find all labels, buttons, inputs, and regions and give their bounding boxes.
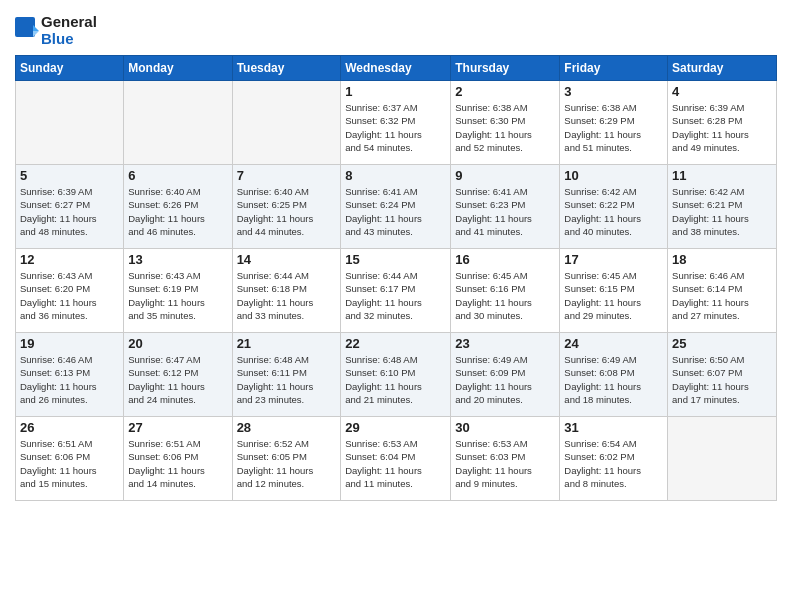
svg-rect-0: [15, 17, 35, 37]
weekday-header-saturday: Saturday: [668, 56, 777, 81]
day-number: 3: [564, 84, 663, 99]
weekday-header-wednesday: Wednesday: [341, 56, 451, 81]
calendar-cell: 21Sunrise: 6:48 AM Sunset: 6:11 PM Dayli…: [232, 333, 341, 417]
day-info: Sunrise: 6:44 AM Sunset: 6:17 PM Dayligh…: [345, 269, 446, 322]
week-row-4: 19Sunrise: 6:46 AM Sunset: 6:13 PM Dayli…: [16, 333, 777, 417]
day-number: 19: [20, 336, 119, 351]
page: General Blue SundayMondayTuesdayWednesda…: [0, 0, 792, 612]
calendar-cell: 3Sunrise: 6:38 AM Sunset: 6:29 PM Daylig…: [560, 81, 668, 165]
calendar-cell: 10Sunrise: 6:42 AM Sunset: 6:22 PM Dayli…: [560, 165, 668, 249]
day-info: Sunrise: 6:43 AM Sunset: 6:20 PM Dayligh…: [20, 269, 119, 322]
calendar-cell: 30Sunrise: 6:53 AM Sunset: 6:03 PM Dayli…: [451, 417, 560, 501]
day-info: Sunrise: 6:47 AM Sunset: 6:12 PM Dayligh…: [128, 353, 227, 406]
header: General Blue: [15, 10, 777, 47]
day-info: Sunrise: 6:43 AM Sunset: 6:19 PM Dayligh…: [128, 269, 227, 322]
day-number: 16: [455, 252, 555, 267]
day-number: 30: [455, 420, 555, 435]
day-number: 2: [455, 84, 555, 99]
day-info: Sunrise: 6:53 AM Sunset: 6:04 PM Dayligh…: [345, 437, 446, 490]
day-info: Sunrise: 6:51 AM Sunset: 6:06 PM Dayligh…: [20, 437, 119, 490]
day-info: Sunrise: 6:41 AM Sunset: 6:24 PM Dayligh…: [345, 185, 446, 238]
day-number: 17: [564, 252, 663, 267]
day-info: Sunrise: 6:49 AM Sunset: 6:09 PM Dayligh…: [455, 353, 555, 406]
day-number: 26: [20, 420, 119, 435]
day-number: 28: [237, 420, 337, 435]
calendar-cell: 16Sunrise: 6:45 AM Sunset: 6:16 PM Dayli…: [451, 249, 560, 333]
calendar-cell: [232, 81, 341, 165]
day-number: 13: [128, 252, 227, 267]
week-row-1: 1Sunrise: 6:37 AM Sunset: 6:32 PM Daylig…: [16, 81, 777, 165]
day-info: Sunrise: 6:44 AM Sunset: 6:18 PM Dayligh…: [237, 269, 337, 322]
day-number: 18: [672, 252, 772, 267]
day-number: 24: [564, 336, 663, 351]
calendar-cell: 5Sunrise: 6:39 AM Sunset: 6:27 PM Daylig…: [16, 165, 124, 249]
calendar-cell: 13Sunrise: 6:43 AM Sunset: 6:19 PM Dayli…: [124, 249, 232, 333]
day-info: Sunrise: 6:40 AM Sunset: 6:25 PM Dayligh…: [237, 185, 337, 238]
calendar-cell: 24Sunrise: 6:49 AM Sunset: 6:08 PM Dayli…: [560, 333, 668, 417]
calendar-cell: 22Sunrise: 6:48 AM Sunset: 6:10 PM Dayli…: [341, 333, 451, 417]
day-info: Sunrise: 6:38 AM Sunset: 6:30 PM Dayligh…: [455, 101, 555, 154]
day-info: Sunrise: 6:40 AM Sunset: 6:26 PM Dayligh…: [128, 185, 227, 238]
calendar-cell: 12Sunrise: 6:43 AM Sunset: 6:20 PM Dayli…: [16, 249, 124, 333]
weekday-header-row: SundayMondayTuesdayWednesdayThursdayFrid…: [16, 56, 777, 81]
day-number: 4: [672, 84, 772, 99]
calendar-cell: 19Sunrise: 6:46 AM Sunset: 6:13 PM Dayli…: [16, 333, 124, 417]
day-info: Sunrise: 6:45 AM Sunset: 6:16 PM Dayligh…: [455, 269, 555, 322]
day-info: Sunrise: 6:39 AM Sunset: 6:28 PM Dayligh…: [672, 101, 772, 154]
day-number: 5: [20, 168, 119, 183]
calendar-cell: 23Sunrise: 6:49 AM Sunset: 6:09 PM Dayli…: [451, 333, 560, 417]
weekday-header-thursday: Thursday: [451, 56, 560, 81]
calendar-cell: 7Sunrise: 6:40 AM Sunset: 6:25 PM Daylig…: [232, 165, 341, 249]
calendar-cell: 29Sunrise: 6:53 AM Sunset: 6:04 PM Dayli…: [341, 417, 451, 501]
calendar-cell: 26Sunrise: 6:51 AM Sunset: 6:06 PM Dayli…: [16, 417, 124, 501]
day-number: 29: [345, 420, 446, 435]
day-number: 1: [345, 84, 446, 99]
day-number: 15: [345, 252, 446, 267]
day-info: Sunrise: 6:49 AM Sunset: 6:08 PM Dayligh…: [564, 353, 663, 406]
day-number: 8: [345, 168, 446, 183]
calendar-cell: [16, 81, 124, 165]
day-info: Sunrise: 6:53 AM Sunset: 6:03 PM Dayligh…: [455, 437, 555, 490]
calendar: SundayMondayTuesdayWednesdayThursdayFrid…: [15, 55, 777, 501]
weekday-header-sunday: Sunday: [16, 56, 124, 81]
day-number: 25: [672, 336, 772, 351]
calendar-cell: 8Sunrise: 6:41 AM Sunset: 6:24 PM Daylig…: [341, 165, 451, 249]
calendar-cell: 1Sunrise: 6:37 AM Sunset: 6:32 PM Daylig…: [341, 81, 451, 165]
day-info: Sunrise: 6:52 AM Sunset: 6:05 PM Dayligh…: [237, 437, 337, 490]
calendar-cell: 27Sunrise: 6:51 AM Sunset: 6:06 PM Dayli…: [124, 417, 232, 501]
day-number: 31: [564, 420, 663, 435]
calendar-cell: 2Sunrise: 6:38 AM Sunset: 6:30 PM Daylig…: [451, 81, 560, 165]
day-info: Sunrise: 6:37 AM Sunset: 6:32 PM Dayligh…: [345, 101, 446, 154]
day-info: Sunrise: 6:54 AM Sunset: 6:02 PM Dayligh…: [564, 437, 663, 490]
day-info: Sunrise: 6:45 AM Sunset: 6:15 PM Dayligh…: [564, 269, 663, 322]
logo: General Blue: [15, 14, 97, 47]
day-info: Sunrise: 6:46 AM Sunset: 6:14 PM Dayligh…: [672, 269, 772, 322]
calendar-cell: 4Sunrise: 6:39 AM Sunset: 6:28 PM Daylig…: [668, 81, 777, 165]
calendar-cell: 11Sunrise: 6:42 AM Sunset: 6:21 PM Dayli…: [668, 165, 777, 249]
weekday-header-monday: Monday: [124, 56, 232, 81]
day-number: 11: [672, 168, 772, 183]
calendar-cell: 20Sunrise: 6:47 AM Sunset: 6:12 PM Dayli…: [124, 333, 232, 417]
day-number: 21: [237, 336, 337, 351]
day-info: Sunrise: 6:41 AM Sunset: 6:23 PM Dayligh…: [455, 185, 555, 238]
day-number: 7: [237, 168, 337, 183]
day-number: 12: [20, 252, 119, 267]
calendar-cell: 17Sunrise: 6:45 AM Sunset: 6:15 PM Dayli…: [560, 249, 668, 333]
day-number: 6: [128, 168, 227, 183]
day-number: 22: [345, 336, 446, 351]
week-row-3: 12Sunrise: 6:43 AM Sunset: 6:20 PM Dayli…: [16, 249, 777, 333]
logo-icon: [15, 17, 39, 45]
day-info: Sunrise: 6:42 AM Sunset: 6:21 PM Dayligh…: [672, 185, 772, 238]
weekday-header-tuesday: Tuesday: [232, 56, 341, 81]
day-number: 27: [128, 420, 227, 435]
day-info: Sunrise: 6:42 AM Sunset: 6:22 PM Dayligh…: [564, 185, 663, 238]
calendar-cell: 14Sunrise: 6:44 AM Sunset: 6:18 PM Dayli…: [232, 249, 341, 333]
day-info: Sunrise: 6:46 AM Sunset: 6:13 PM Dayligh…: [20, 353, 119, 406]
calendar-cell: 28Sunrise: 6:52 AM Sunset: 6:05 PM Dayli…: [232, 417, 341, 501]
day-info: Sunrise: 6:39 AM Sunset: 6:27 PM Dayligh…: [20, 185, 119, 238]
logo-text: General Blue: [41, 14, 97, 47]
calendar-cell: 25Sunrise: 6:50 AM Sunset: 6:07 PM Dayli…: [668, 333, 777, 417]
calendar-cell: 15Sunrise: 6:44 AM Sunset: 6:17 PM Dayli…: [341, 249, 451, 333]
week-row-5: 26Sunrise: 6:51 AM Sunset: 6:06 PM Dayli…: [16, 417, 777, 501]
day-number: 9: [455, 168, 555, 183]
